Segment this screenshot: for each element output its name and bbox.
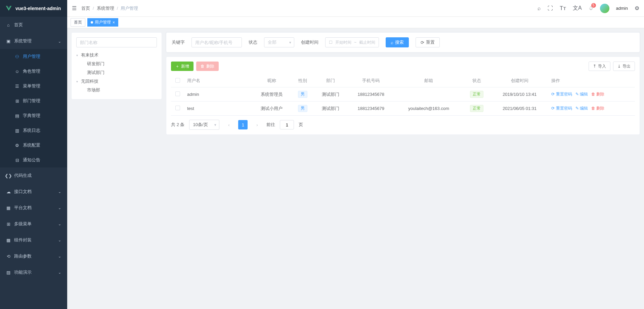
tree-node[interactable]: ▾无回科技 [76, 77, 157, 86]
submenu-demo[interactable]: ▨功能演示⌄ [0, 264, 67, 280]
status-label: 状态 [249, 39, 257, 45]
sidebar-item-label: 平台文档 [14, 205, 32, 211]
settings-icon: ▣ [6, 39, 11, 44]
export-button[interactable]: ⤓导出 [613, 62, 635, 71]
tree-node[interactable]: ▾有来技术 [76, 51, 157, 60]
submenu-apidoc[interactable]: ☁接口文档⌄ [0, 184, 67, 200]
cell-dept: 测试部门 [313, 87, 347, 102]
breadcrumb: 首页 / 系统管理 / 用户管理 [81, 5, 138, 11]
next-page-button[interactable]: › [252, 120, 262, 129]
import-button[interactable]: ⤒导入 [589, 62, 610, 71]
fontsize-icon[interactable]: Tᴛ [560, 5, 566, 11]
bell-icon[interactable]: ♤5 [589, 5, 593, 11]
th-nickname: 昵称 [252, 74, 292, 87]
submenu-label: 系统管理 [14, 38, 32, 44]
cell-created: 2021/06/05 01:31 [490, 102, 549, 116]
sidebar-item-label: 功能演示 [14, 269, 32, 275]
breadcrumb-item[interactable]: 系统管理 [97, 5, 114, 11]
username[interactable]: admin [616, 6, 628, 11]
sidebar-item-menu-mgmt[interactable]: ☰菜单管理 [0, 79, 67, 93]
sidebar-item-dict-mgmt[interactable]: ▤字典管理 [0, 108, 67, 123]
sidebar-item-dept-mgmt[interactable]: ⊞部门管理 [0, 93, 67, 108]
keyword-input[interactable] [191, 37, 242, 47]
tree-node[interactable]: 研发部门 [82, 60, 157, 68]
tree-node[interactable]: 测试部门 [82, 68, 157, 77]
dept-search-input[interactable] [76, 37, 157, 47]
delete-link[interactable]: 🗑 删除 [591, 106, 604, 111]
dept-panel: ▾有来技术 研发部门 测试部门 ▾无回科技 市场部 [71, 32, 162, 100]
trash-icon: 🗑 [201, 64, 205, 69]
submenu-multilevel[interactable]: ⊞多级菜单⌄ [0, 216, 67, 232]
th-email: 邮箱 [395, 74, 463, 87]
edit-link[interactable]: ✎ 编辑 [575, 106, 588, 111]
search-icon: ⌕ [391, 40, 393, 45]
cell-phone: 18812345679 [347, 102, 395, 116]
logo[interactable]: vue3-element-admin [0, 0, 67, 17]
config-icon: ⚙ [15, 143, 19, 148]
breadcrumb-sep: / [117, 6, 118, 11]
table-row: test 测试小用户 男 测试部门 18812345679 youlaitech… [171, 102, 635, 116]
prev-page-button[interactable]: ‹ [224, 120, 233, 129]
sidebar-item-role-mgmt[interactable]: ☺角色管理 [0, 64, 67, 79]
th-phone: 手机号码 [347, 74, 395, 87]
search-icon[interactable]: ⌕ [538, 5, 541, 11]
delete-button[interactable]: 🗑删除 [196, 62, 219, 71]
submenu-routeparams[interactable]: ⟲路由参数⌄ [0, 248, 67, 264]
pagesize-select[interactable]: 10条/页 [189, 120, 219, 130]
tag-user-mgmt[interactable]: 用户管理× [87, 18, 118, 27]
submenu-components[interactable]: ▩组件封装⌄ [0, 232, 67, 248]
sidebar-item-user-mgmt[interactable]: ⚇用户管理 [0, 49, 67, 64]
sidebar-item-system-log[interactable]: ▥系统日志 [0, 123, 67, 138]
tag-home[interactable]: 首页 [71, 18, 85, 27]
delete-link[interactable]: 🗑 删除 [591, 91, 604, 97]
date-range-picker[interactable]: ☐ 开始时间 ~ 截止时间 [325, 37, 379, 47]
goto-input[interactable] [280, 120, 294, 129]
demo-icon: ▨ [6, 270, 11, 275]
refresh-icon: ⟳ [421, 40, 424, 45]
edit-link[interactable]: ✎ 编辑 [575, 91, 588, 97]
th-username: 用户名 [184, 74, 252, 87]
reset-button[interactable]: ⟳重置 [416, 37, 440, 47]
sidebar-item-notice[interactable]: ⊟通知公告 [0, 153, 67, 167]
search-button[interactable]: ⌕搜索 [386, 37, 409, 47]
sidebar-item-home[interactable]: ⌂ 首页 [0, 17, 67, 33]
gear-icon[interactable]: ⚙ [635, 5, 639, 11]
language-icon[interactable]: 文A [573, 5, 582, 12]
reset-pwd-link[interactable]: ⟳ 重置密码 [551, 91, 572, 97]
submenu-platformdoc[interactable]: ▦平台文档⌄ [0, 200, 67, 216]
avatar[interactable] [600, 4, 609, 13]
select-all-checkbox[interactable] [175, 78, 180, 83]
submenu-system-title[interactable]: ▣ 系统管理 ⌃ [0, 33, 67, 49]
user-table: 用户名 昵称 性别 部门 手机号码 邮箱 状态 创建时间 操作 [171, 74, 635, 116]
tag-dot [91, 21, 93, 24]
logo-icon [5, 5, 12, 12]
close-icon[interactable]: × [113, 20, 115, 25]
dept-icon: ⊞ [15, 99, 19, 104]
cell-email [395, 87, 463, 102]
th-gender: 性别 [292, 74, 314, 87]
reset-pwd-link[interactable]: ⟳ 重置密码 [551, 106, 572, 111]
cell-nickname: 测试小用户 [252, 102, 292, 116]
chevron-down-icon: ⌄ [58, 238, 61, 242]
tree-node[interactable]: 市场部 [82, 86, 157, 94]
sidebar-item-system-config[interactable]: ⚙系统配置 [0, 138, 67, 153]
sidebar-item-codegen[interactable]: ❮❯代码生成 [0, 167, 67, 184]
page-number[interactable]: 1 [238, 120, 248, 129]
status-select[interactable]: 全部 [264, 37, 294, 47]
row-checkbox[interactable] [175, 106, 180, 110]
hamburger-icon[interactable]: ☰ [72, 5, 77, 11]
breadcrumb-item[interactable]: 首页 [81, 5, 90, 11]
row-checkbox[interactable] [175, 91, 180, 96]
chevron-down-icon: ⌄ [58, 206, 61, 210]
sidebar-label: 首页 [14, 22, 23, 28]
add-button[interactable]: ＋新增 [171, 62, 194, 71]
sidebar-menu: ⌂ 首页 ▣ 系统管理 ⌃ ⚇用户管理 ☺角色管理 ☰菜单管理 ⊞部门管理 ▤字… [0, 17, 67, 309]
role-icon: ☺ [15, 69, 19, 74]
breadcrumb-item: 用户管理 [121, 5, 138, 11]
download-icon: ⤓ [617, 64, 621, 69]
sidebar-item-label: 部门管理 [23, 98, 40, 104]
range-sep: ~ [354, 40, 356, 45]
table-row: admin 系统管理员 男 测试部门 18812345678 正常 2019/1… [171, 87, 635, 102]
navbar: ☰ 首页 / 系统管理 / 用户管理 ⌕ ⛶ Tᴛ 文A ♤5 admin ⚙ [67, 0, 644, 17]
fullscreen-icon[interactable]: ⛶ [548, 5, 553, 11]
